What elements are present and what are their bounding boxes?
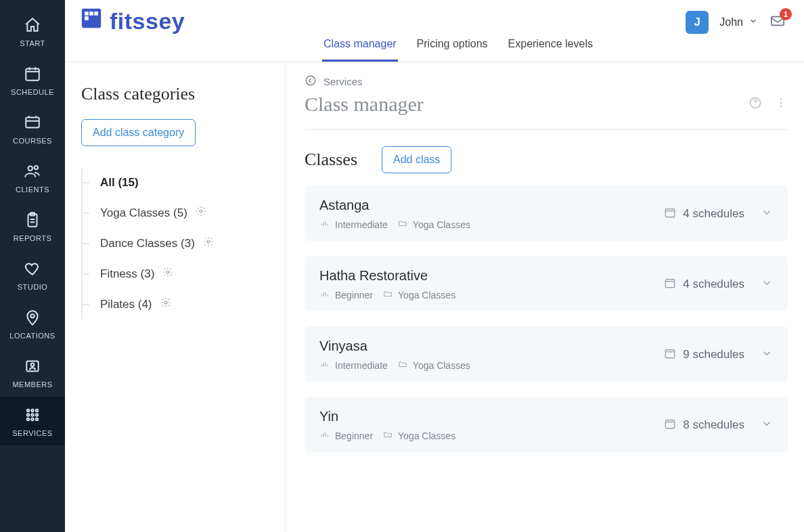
- categories-heading: Class categories: [81, 84, 269, 104]
- svg-point-26: [166, 271, 169, 273]
- nav-label: REPORTS: [14, 234, 51, 242]
- nav-label: SERVICES: [12, 429, 52, 437]
- brand-mark-icon: [80, 7, 103, 35]
- sidebar: START SCHEDULE COURSES CLIENTS REPORTS S…: [0, 0, 65, 532]
- category-yoga[interactable]: Yoga Classes (5): [83, 198, 269, 228]
- nav-label: START: [20, 39, 45, 47]
- notifications-button[interactable]: 1: [769, 14, 786, 31]
- folder-icon: [397, 219, 408, 230]
- svg-rect-34: [666, 208, 675, 217]
- nav-clients[interactable]: CLIENTS: [0, 153, 65, 202]
- nav-courses[interactable]: COURSES: [0, 104, 65, 153]
- svg-rect-21: [94, 12, 98, 16]
- category-all[interactable]: All (15): [83, 168, 269, 198]
- classes-heading: Classes: [305, 150, 357, 170]
- svg-point-33: [780, 106, 782, 107]
- folder-icon: [382, 289, 393, 301]
- class-name: Yin: [319, 409, 455, 424]
- user-avatar[interactable]: J: [686, 11, 709, 34]
- svg-point-13: [31, 414, 33, 416]
- svg-point-15: [27, 418, 29, 420]
- svg-point-3: [35, 166, 38, 169]
- class-card[interactable]: Vinyasa Intermediate Yoga Classes 9 sche…: [305, 326, 788, 382]
- svg-point-28: [306, 76, 315, 85]
- svg-point-25: [207, 240, 210, 243]
- class-card[interactable]: Astanga Intermediate Yoga Classes 4 sche…: [305, 185, 788, 241]
- tab-class-manager[interactable]: Class manager: [322, 38, 398, 62]
- chevron-down-icon: [761, 206, 773, 222]
- help-button[interactable]: [749, 96, 762, 112]
- category-pilates[interactable]: Pilates (4): [83, 289, 269, 319]
- class-card[interactable]: Hatha Restorative Beginner Yoga Classes …: [305, 256, 788, 311]
- category-label: Dance Classes (3): [100, 237, 195, 250]
- svg-point-31: [780, 99, 782, 100]
- level-icon: [319, 289, 330, 301]
- folder-icon: [382, 430, 393, 441]
- gear-icon[interactable]: [203, 236, 214, 250]
- page-title: Class manager: [305, 93, 424, 116]
- class-level: Intermediate: [335, 219, 388, 230]
- svg-rect-1: [26, 117, 39, 127]
- class-category: Yoga Classes: [398, 430, 455, 441]
- nav-services[interactable]: SERVICES: [0, 397, 65, 445]
- add-category-button[interactable]: Add class category: [81, 119, 196, 146]
- user-menu[interactable]: John: [719, 16, 758, 28]
- nav-label: CLIENTS: [16, 185, 49, 194]
- arrow-left-icon: [305, 74, 317, 89]
- level-icon: [319, 430, 330, 441]
- add-class-button[interactable]: Add class: [382, 146, 451, 173]
- calendar-small-icon: [664, 418, 676, 433]
- nav-reports[interactable]: REPORTS: [0, 202, 65, 250]
- chevron-down-icon: [749, 16, 758, 28]
- nav-schedule[interactable]: SCHEDULE: [0, 56, 65, 104]
- nav-studio[interactable]: STUDIO: [0, 250, 65, 299]
- category-dance[interactable]: Dance Classes (3): [83, 228, 269, 259]
- nav-label: SCHEDULE: [11, 88, 54, 96]
- svg-point-12: [27, 414, 29, 416]
- home-icon: [24, 16, 41, 35]
- nav-locations[interactable]: LOCATIONS: [0, 299, 65, 348]
- calendar-small-icon: [664, 277, 676, 292]
- folder-icon: [397, 359, 408, 371]
- brand-logo[interactable]: fitssey: [80, 7, 185, 35]
- svg-point-8: [31, 363, 35, 366]
- gear-icon[interactable]: [196, 206, 206, 220]
- class-name: Hatha Restorative: [319, 268, 455, 284]
- nav-label: COURSES: [13, 137, 52, 145]
- svg-point-2: [28, 166, 33, 171]
- svg-rect-19: [85, 12, 89, 16]
- svg-rect-35: [666, 279, 675, 287]
- class-category: Yoga Classes: [398, 290, 455, 301]
- tab-pricing-options[interactable]: Pricing options: [416, 38, 489, 62]
- breadcrumb[interactable]: Services: [305, 74, 788, 89]
- categories-panel: Class categories Add class category All …: [65, 62, 286, 532]
- calendar-small-icon: [664, 206, 676, 222]
- gear-icon[interactable]: [160, 297, 171, 311]
- svg-rect-36: [666, 349, 675, 357]
- class-level: Beginner: [335, 430, 373, 441]
- nav-label: STUDIO: [18, 283, 48, 291]
- category-fitness[interactable]: Fitness (3): [83, 259, 269, 289]
- gear-icon[interactable]: [162, 267, 173, 281]
- svg-point-11: [36, 409, 38, 412]
- main-panel: Services Class manager Classes Add class: [286, 62, 804, 532]
- svg-point-16: [31, 418, 33, 420]
- class-level: Beginner: [335, 290, 373, 301]
- category-label: Pilates (4): [100, 298, 152, 311]
- svg-point-9: [27, 409, 29, 412]
- class-card[interactable]: Yin Beginner Yoga Classes 8 schedules: [305, 397, 788, 452]
- mail-icon: [769, 19, 786, 30]
- class-schedules: 8 schedules: [683, 418, 744, 432]
- tab-experience-levels[interactable]: Experience levels: [507, 38, 594, 62]
- category-label: Fitness (3): [100, 267, 154, 281]
- svg-rect-22: [85, 16, 89, 20]
- nav-members[interactable]: MEMBERS: [0, 348, 65, 397]
- class-schedules: 9 schedules: [683, 348, 744, 361]
- sub-tabs: Class manager Pricing options Experience…: [322, 38, 594, 62]
- class-name: Astanga: [319, 198, 470, 213]
- nav-start[interactable]: START: [0, 7, 65, 56]
- heart-icon: [24, 260, 41, 279]
- more-button[interactable]: [774, 96, 788, 112]
- svg-point-24: [200, 210, 202, 213]
- user-name: John: [719, 16, 743, 28]
